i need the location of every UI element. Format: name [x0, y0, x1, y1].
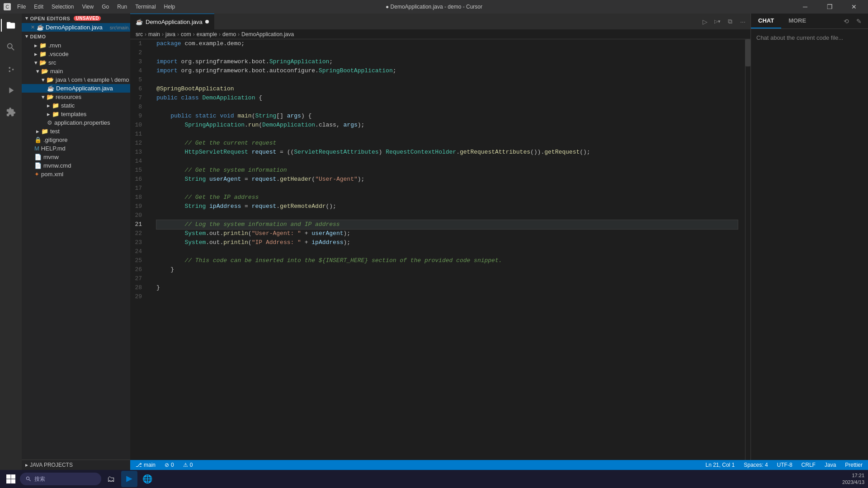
code-line[interactable]	[156, 211, 738, 220]
menu-selection[interactable]: Selection	[48, 3, 77, 11]
sidebar-item-java-package[interactable]: ▾ 📂 java \ com \ example \ demo	[22, 75, 130, 84]
sidebar-item-test[interactable]: ▸ 📁 test	[22, 127, 130, 136]
code-line[interactable]	[156, 103, 738, 112]
code-line[interactable]: import org.springframework.boot.autoconf…	[156, 66, 738, 75]
code-line[interactable]	[156, 75, 738, 84]
sidebar-item-vscode[interactable]: ▸ 📁 .vscode	[22, 50, 130, 58]
code-line[interactable]	[156, 130, 738, 139]
code-line[interactable]: @SpringBootApplication	[156, 84, 738, 94]
run-debug-button[interactable]: ▷▾	[712, 16, 723, 28]
menu-help[interactable]: Help	[160, 3, 179, 11]
code-line[interactable]	[156, 184, 738, 193]
code-line[interactable]: HttpServletRequest request = ((ServletRe…	[156, 148, 738, 157]
code-line[interactable]: System.out.println("IP Address: " + ipAd…	[156, 238, 738, 247]
tab-demoapplication[interactable]: ☕ DemoApplication.java	[130, 14, 214, 29]
close-icon[interactable]: ✕	[31, 24, 35, 30]
breadcrumb-demo[interactable]: demo	[222, 31, 236, 38]
open-editors-header[interactable]: ▾ OPEN EDITORS unsaved	[22, 14, 130, 23]
code-editor[interactable]: 1234567891011121314151617181920212223242…	[130, 39, 750, 460]
breadcrumb-file[interactable]: DemoApplication.java	[241, 31, 294, 38]
demo-project-header[interactable]: ▾ DEMO	[22, 32, 130, 41]
breadcrumb-main[interactable]: main	[148, 31, 160, 38]
code-line[interactable]: String ipAddress = request.getRemoteAddr…	[156, 202, 738, 211]
search-activity-icon[interactable]	[1, 37, 21, 57]
menu-edit[interactable]: Edit	[30, 3, 47, 11]
taskbar-search[interactable]: 搜索	[20, 473, 101, 485]
chat-tab[interactable]: CHAT	[751, 14, 781, 28]
minimize-button[interactable]: ─	[795, 0, 816, 14]
code-line[interactable]: package com.example.demo;	[156, 39, 738, 48]
code-line[interactable]	[156, 292, 738, 301]
status-errors[interactable]: ⊘ 0	[163, 460, 176, 470]
close-button[interactable]: ✕	[844, 0, 864, 14]
status-language[interactable]: Java	[823, 460, 838, 470]
sidebar-item-pomxml[interactable]: ✦ pom.xml	[22, 170, 130, 178]
menu-view[interactable]: View	[78, 3, 97, 11]
chat-new-button[interactable]: ✎	[854, 16, 864, 27]
run-button[interactable]: ▷	[699, 16, 711, 28]
status-eol[interactable]: CRLF	[800, 460, 817, 470]
more-tab[interactable]: MORE	[781, 14, 813, 28]
breadcrumb-com[interactable]: com	[181, 31, 191, 38]
breadcrumb-example[interactable]: example	[197, 31, 217, 38]
code-line[interactable]: }	[156, 283, 738, 292]
sidebar-item-resources[interactable]: ▾ 📂 resources	[22, 93, 130, 101]
source-control-activity-icon[interactable]	[1, 59, 21, 79]
sidebar-item-demoapplication[interactable]: ☕ DemoApplication.java	[22, 84, 130, 93]
code-line[interactable]: public static void main(String[] args) {	[156, 112, 738, 121]
sidebar-item-application-properties[interactable]: ⚙ application.properties	[22, 118, 130, 127]
taskbar-app-cursor[interactable]	[121, 471, 137, 487]
sidebar-item-static[interactable]: ▸ 📁 static	[22, 101, 130, 110]
maximize-button[interactable]: ❐	[819, 0, 840, 14]
extensions-activity-icon[interactable]	[1, 102, 21, 122]
taskbar-app-explorer[interactable]: 🗂	[103, 471, 119, 487]
code-line[interactable]: String userAgent = request.getHeader("Us…	[156, 175, 738, 184]
code-line[interactable]: // Get the IP address	[156, 193, 738, 202]
status-branch[interactable]: ⎇ main	[134, 460, 157, 470]
sidebar-item-gitignore[interactable]: 🔒 .gitignore	[22, 136, 130, 144]
sidebar-item-mvnw[interactable]: 📄 mvnw	[22, 153, 130, 161]
minimap-thumb[interactable]	[745, 39, 750, 66]
java-projects-section[interactable]: ▸ JAVA PROJECTS	[22, 460, 130, 470]
status-spaces[interactable]: Spaces: 4	[742, 460, 769, 470]
code-line[interactable]	[156, 247, 738, 256]
code-line[interactable]: SpringApplication.run(DemoApplication.cl…	[156, 121, 738, 130]
menu-go[interactable]: Go	[98, 3, 113, 11]
code-line[interactable]: public class DemoApplication {	[156, 94, 738, 103]
breadcrumb-java[interactable]: java	[165, 31, 175, 38]
menu-file[interactable]: File	[14, 3, 29, 11]
code-line[interactable]	[156, 274, 738, 283]
menu-terminal[interactable]: Terminal	[132, 3, 159, 11]
code-line[interactable]: // Get the system information	[156, 166, 738, 175]
status-encoding[interactable]: UTF-8	[775, 460, 794, 470]
chat-history-button[interactable]: ⟲	[841, 16, 852, 27]
breadcrumb-src[interactable]: src	[136, 31, 143, 38]
taskbar-app-chrome[interactable]: 🌐	[139, 471, 156, 487]
sidebar-item-mvnwcmd[interactable]: 📄 mvnw.cmd	[22, 161, 130, 170]
open-editor-item[interactable]: ✕ ☕ DemoApplication.java src\main...	[22, 23, 130, 32]
sidebar-item-helpmd[interactable]: M HELP.md	[22, 144, 130, 153]
sidebar-item-src[interactable]: ▾ 📂 src	[22, 58, 130, 67]
code-line[interactable]: // Log the system information and IP add…	[156, 220, 738, 229]
code-line[interactable]: import org.springframework.boot.SpringAp…	[156, 57, 738, 66]
menu-run[interactable]: Run	[113, 3, 131, 11]
code-line[interactable]: }	[156, 265, 738, 274]
more-actions-button[interactable]: ···	[737, 16, 749, 28]
code-line[interactable]: // Get the current request	[156, 139, 738, 148]
run-activity-icon[interactable]	[1, 80, 21, 100]
code-line[interactable]	[156, 157, 738, 166]
code-content[interactable]: package com.example.demo; import org.spr…	[153, 39, 745, 460]
split-editor-button[interactable]: ⧉	[724, 16, 736, 28]
status-formatter[interactable]: Prettier	[843, 460, 864, 470]
sidebar-item-templates[interactable]: ▸ 📁 templates	[22, 110, 130, 118]
code-line[interactable]	[156, 48, 738, 57]
code-line[interactable]: // This code can be inserted into the ${…	[156, 256, 738, 265]
taskbar-time[interactable]: 17:21 2023/4/13	[842, 472, 864, 486]
status-warnings[interactable]: ⚠ 0	[181, 460, 195, 470]
start-button[interactable]	[4, 472, 18, 486]
status-position[interactable]: Ln 21, Col 1	[704, 460, 737, 470]
sidebar-item-main[interactable]: ▾ 📂 main	[22, 67, 130, 75]
sidebar-item-mvn[interactable]: ▸ 📁 .mvn	[22, 41, 130, 50]
code-line[interactable]: System.out.println("User-Agent: " + user…	[156, 229, 738, 238]
files-activity-icon[interactable]	[1, 15, 21, 35]
